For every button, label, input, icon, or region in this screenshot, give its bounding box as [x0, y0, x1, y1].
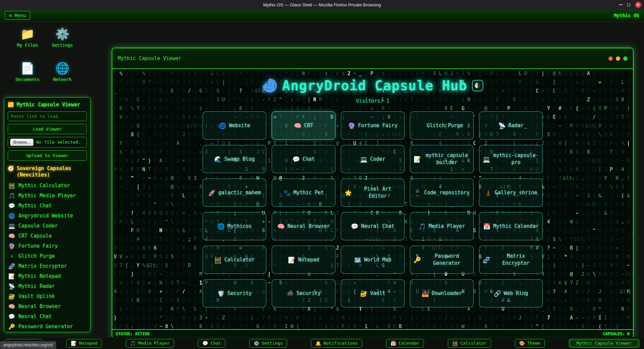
sidebar-item-neural-browser[interactable]: 🧠Neural Browser	[8, 302, 87, 311]
sidebar-item-mythic-media-player[interactable]: 🎵Mythic Media Player	[8, 191, 87, 200]
capsule-security[interactable]: 🕷️Security	[272, 279, 335, 307]
taskbar-button-notifications[interactable]: 🔔Notifications	[311, 339, 362, 348]
code-repository-icon: 📱	[414, 189, 421, 196]
sovereign-capsules-header[interactable]: 🧭 Sovereign Capsules (Neocities)	[8, 165, 87, 179]
taskbar-button-theme[interactable]: 🎨Theme	[515, 339, 545, 348]
minimize-icon[interactable]	[619, 4, 623, 5]
sidebar-item-label: Glitch Purge	[18, 253, 55, 259]
sidebar-item-glitch-purge[interactable]: ⚡Glitch Purge	[8, 252, 87, 261]
media-player-icon: 🎵	[130, 341, 136, 346]
refresh-icon: 🔁	[8, 102, 14, 108]
password-generator-icon: 🔑	[8, 323, 15, 330]
capsule-world-map[interactable]: 🗺️World Map	[341, 246, 405, 274]
capsule-neural-chat[interactable]: 💬Neural Chat	[341, 212, 405, 240]
capsule-mythic-capsule-builder[interactable]: 📝mythic capsule builder	[410, 145, 474, 173]
capsule-label: Neural Chat	[361, 223, 394, 230]
capsule-mythicos[interactable]: 🌐Mythicos	[203, 212, 266, 240]
load-viewer-button[interactable]: Load Viewer	[8, 124, 87, 134]
taskbar-button-calendar[interactable]: 📅Calendar	[386, 339, 424, 348]
capsule-security[interactable]: 🛡️Security	[203, 279, 266, 307]
taskbar-button-media-player[interactable]: 🎵Media Player	[126, 339, 174, 348]
capsule-link-input[interactable]	[8, 111, 87, 121]
capsule-crt[interactable]: 🧠CRT	[272, 111, 335, 140]
taskbar-button-calculator[interactable]: 🧮Calculator	[448, 339, 491, 348]
panel-title-label: Mythic Capsule Viewer	[17, 102, 80, 108]
mythic-capsule-builder-icon: 📝	[414, 156, 421, 163]
restore-icon[interactable]	[627, 3, 630, 6]
capsule-website[interactable]: 🌀Website	[203, 111, 266, 140]
taskbar-button-notepad[interactable]: 📝Notepad	[66, 339, 102, 348]
capsule-swamp-blog[interactable]: 🌊Swamp Blog	[203, 145, 266, 173]
capsule-neural-browser[interactable]: 🧠Neural Browser	[272, 212, 335, 240]
sidebar-item-angrydroid-website[interactable]: 🌀Angrydroid Website	[8, 211, 87, 220]
sidebar-item-matrix-encryptor[interactable]: 🧬Matrix Encryptor	[8, 262, 87, 271]
capsule-code-repository[interactable]: 📱Code_repository	[410, 179, 474, 207]
taskbar-button-settings[interactable]: ⚙️Settings	[249, 339, 287, 348]
hamburger-icon: ≡	[9, 13, 12, 18]
capsule-fortune-fairy[interactable]: 🔮Fortune Fairy	[341, 111, 405, 140]
compass-icon: 🧭	[8, 165, 14, 179]
sidebar-item-mythic-notepad[interactable]: 📝Mythic Notepad	[8, 272, 87, 281]
capsule-mythic-calendar[interactable]: 📅Mythic Calendar	[479, 212, 543, 240]
capsule-list: 🧮Mythic Calculator🎵Mythic Media Player💬M…	[8, 181, 87, 332]
sidebar-item-fortune-fairy[interactable]: 🔮Fortune Fairy	[8, 242, 87, 251]
sidebar-item-password-generator[interactable]: 🔑Password Generator	[8, 322, 87, 331]
desktop-icon-documents[interactable]: 📄Documents	[10, 61, 45, 96]
sidebar-item-mythic-radar[interactable]: 📡Mythic Radar	[8, 282, 87, 291]
capsule-web-ring[interactable]: 🔗Web Ring	[479, 279, 543, 307]
close-icon[interactable]: ✕	[635, 2, 641, 8]
window-maximize-dot[interactable]	[623, 56, 628, 61]
capsule-label: Code_repository	[424, 189, 470, 196]
capsule-gallery-shrine[interactable]: 🗼Gallery_shrine	[479, 179, 543, 207]
sidebar-item-label: Mythic Chat	[18, 203, 52, 209]
sidebar-item-label: Matrix Encryptor	[18, 263, 67, 269]
capsule-radar[interactable]: 📡Radar	[479, 111, 543, 140]
sidebar-item-label: Mythic Media Player	[18, 193, 76, 199]
window-minimize-dot[interactable]	[616, 56, 620, 61]
sidebar-item-capsule-coder[interactable]: 💻Capsule Coder	[8, 221, 87, 231]
notepad-icon: 📝	[288, 256, 295, 263]
upload-viewer-button[interactable]: Upload to Viewer	[8, 150, 87, 161]
capsule-vault[interactable]: 🔐Vault	[341, 279, 405, 307]
capsule-calculator[interactable]: 🧮Calculator	[203, 246, 266, 274]
capsule-password-generator[interactable]: 🔑Password Generator	[410, 246, 474, 274]
gallery-shrine-icon: 🗼	[485, 189, 492, 196]
capsule-mythic-pet[interactable]: 🐾Mythic Pet	[272, 179, 335, 207]
website-icon: 🌀	[219, 122, 226, 129]
capsule-coder[interactable]: 💻Coder	[341, 145, 405, 173]
glitch-purge-icon: ⚡	[8, 253, 15, 259]
browse-button[interactable]: Browse...	[10, 139, 34, 146]
sidebar-item-label: Neural Browser	[18, 303, 61, 309]
sidebar-item-crt-capsule[interactable]: 🧠CRT Capsule	[8, 232, 87, 241]
mythic-calendar-icon: 📅	[483, 223, 490, 230]
window-title: Mythic OS — Glass Shell — Mozilla Firefo…	[263, 2, 381, 7]
taskbar-button-chat[interactable]: 💬Chat	[198, 339, 225, 348]
sidebar-item-neural-chat[interactable]: 💬Neural Chat	[8, 312, 87, 321]
swamp-blog-icon: 🌊	[214, 156, 222, 163]
capsule-glitch-purge[interactable]: ⚡Glitch Purge	[410, 111, 474, 140]
capsule-galactic-mahem[interactable]: 🚀galactic_mahem	[203, 179, 266, 207]
taskbar-button-label: Notifications	[324, 341, 358, 346]
taskbar-button-label: Notepad	[79, 341, 98, 346]
sidebar-item-mythic-chat[interactable]: 💬Mythic Chat	[8, 201, 87, 210]
capsule-mythic-capsule-pro[interactable]: 💻mythic-capsule-pro	[479, 145, 543, 173]
capsule-pixel-art-editor[interactable]: 🌟Pixel Art Editor	[341, 179, 405, 207]
capsule-label: Radar	[508, 122, 524, 129]
desktop-icon-network[interactable]: 🌐Network	[45, 61, 80, 96]
sidebar-item-mythic-calculator[interactable]: 🧮Mythic Calculator	[8, 181, 87, 190]
menu-button[interactable]: ≡ Menu	[5, 11, 30, 20]
taskbar-button-mythic-capsule-viewer[interactable]: Mythic Capsule Viewer	[569, 339, 639, 348]
sidebar-item-vault-uplink[interactable]: 🔐Vault Uplink	[8, 292, 87, 301]
desktop-icon-my-files[interactable]: 📁My Files	[10, 27, 45, 61]
capsule-media-player[interactable]: 🎵Media Player	[410, 212, 474, 240]
window-close-dot[interactable]	[608, 56, 613, 61]
capsule-label: galactic_mahem	[218, 189, 261, 196]
desktop-icon-settings[interactable]: ⚙️Settings	[45, 27, 80, 61]
os-titlebar: Mythic OS — Glass Shell — Mozilla Firefo…	[0, 0, 644, 9]
capsule-chat[interactable]: 💬Chat	[272, 145, 335, 173]
angrydroid-website-icon: 🌀	[8, 213, 15, 219]
capsule-matrix-encryptor[interactable]: 🧬Matrix Encryptor	[479, 246, 543, 274]
theme-toggle-button[interactable]: 🌗	[472, 80, 483, 91]
capsule-notepad[interactable]: 📝Notepad	[272, 246, 335, 274]
capsule-downloader[interactable]: 📥Downloader	[410, 279, 474, 307]
